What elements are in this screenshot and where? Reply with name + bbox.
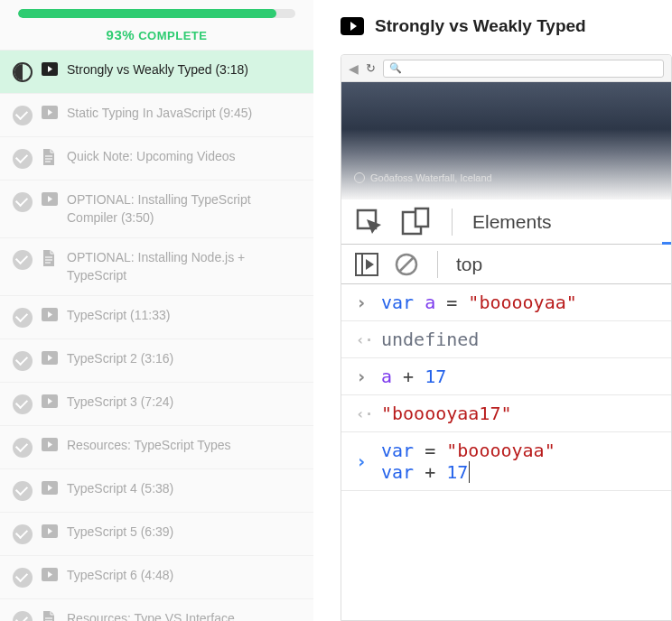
- divider: [437, 251, 438, 278]
- progress-bar: [18, 9, 295, 18]
- check-icon: [13, 250, 33, 270]
- lesson-title: OPTIONAL: Installing Node.js + TypeScrip…: [67, 249, 301, 284]
- video-icon: [42, 351, 58, 365]
- check-icon: [13, 149, 33, 169]
- svg-rect-21: [415, 209, 428, 227]
- lesson-item[interactable]: TypeScript (11:33): [0, 296, 313, 339]
- output-arrow-icon: ‹·: [356, 331, 374, 348]
- console-context[interactable]: top: [456, 254, 482, 275]
- code-text: a + 17: [381, 366, 446, 387]
- video-area: ◀ ↻ 🔍 Goðafoss Waterfall, Iceland: [341, 54, 672, 621]
- back-icon[interactable]: ◀: [349, 61, 359, 76]
- check-icon: [13, 394, 33, 414]
- divider: [452, 209, 453, 236]
- lesson-title: Strongly vs Weakly Typed (3:18): [67, 61, 248, 79]
- console-line: ›var a = "booooyaa": [341, 284, 671, 321]
- sidebar: 93% COMPLETE Strongly vs Weakly Typed (3…: [0, 0, 313, 621]
- reload-icon[interactable]: ↻: [366, 61, 376, 75]
- video-icon: [42, 308, 58, 321]
- content-pane: Strongly vs Weakly Typed ◀ ↻ 🔍 Goðafoss …: [313, 0, 672, 621]
- console-line: ›a + 17: [341, 358, 671, 395]
- lesson-item[interactable]: TypeScript 3 (7:24): [0, 383, 313, 426]
- gear-icon: [354, 172, 365, 183]
- code-text: "booooyaa17": [381, 403, 512, 424]
- check-icon: [13, 438, 33, 458]
- url-bar[interactable]: 🔍: [383, 60, 664, 78]
- search-icon: 🔍: [389, 62, 402, 74]
- check-icon: [13, 524, 33, 544]
- page-title: Strongly vs Weakly Typed: [375, 16, 586, 36]
- check-icon: [13, 351, 33, 371]
- lesson-title: TypeScript (11:33): [67, 307, 170, 325]
- video-icon: [341, 17, 364, 35]
- doc-icon: [42, 250, 58, 266]
- browser-frame: ◀ ↻ 🔍 Goðafoss Waterfall, Iceland: [341, 54, 672, 621]
- check-icon: [13, 568, 33, 588]
- input-arrow-icon: ›: [356, 366, 374, 387]
- console-line: ‹·"booooyaa17": [341, 395, 671, 432]
- check-icon: [13, 308, 33, 328]
- output-arrow-icon: ‹·: [356, 405, 374, 422]
- doc-icon: [42, 611, 58, 621]
- video-icon: [42, 394, 58, 408]
- lesson-list: Strongly vs Weakly Typed (3:18)Static Ty…: [0, 50, 313, 621]
- code-text: var = "booooyaa"var + 17: [381, 440, 555, 483]
- lesson-item[interactable]: Strongly vs Weakly Typed (3:18): [0, 51, 313, 94]
- progress-label: 93% COMPLETE: [18, 27, 295, 42]
- clear-icon[interactable]: [394, 252, 419, 277]
- code-text: var a = "booooyaa": [381, 292, 577, 313]
- lesson-title: Static Typing In JavaScript (9:45): [67, 105, 252, 123]
- lesson-title: TypeScript 2 (3:16): [67, 350, 173, 368]
- active-input-arrow-icon: ›: [356, 450, 374, 472]
- content-header: Strongly vs Weakly Typed: [341, 16, 672, 36]
- progress-area: 93% COMPLETE: [0, 0, 313, 50]
- hero-caption: Goðafoss Waterfall, Iceland: [354, 172, 492, 183]
- lesson-title: Quick Note: Upcoming Videos: [67, 148, 236, 166]
- lesson-item[interactable]: TypeScript 6 (4:48): [0, 556, 313, 599]
- lesson-title: TypeScript 6 (4:48): [67, 567, 173, 585]
- lesson-title: TypeScript 3 (7:24): [67, 394, 173, 412]
- check-icon: [13, 106, 33, 125]
- lesson-item[interactable]: TypeScript 4 (5:38): [0, 469, 313, 513]
- device-icon[interactable]: [401, 207, 432, 237]
- lesson-item[interactable]: Static Typing In JavaScript (9:45): [0, 94, 313, 137]
- console-line: ‹·undefined: [341, 321, 671, 358]
- input-arrow-icon: ›: [356, 292, 374, 313]
- progress-fill: [18, 9, 276, 18]
- tab-elements[interactable]: Elements: [472, 211, 552, 233]
- check-icon: [13, 192, 33, 212]
- lesson-item[interactable]: Resources: TypeScript Types: [0, 426, 313, 469]
- check-icon: [13, 611, 33, 621]
- video-icon: [42, 106, 58, 119]
- svg-line-25: [399, 257, 414, 272]
- lesson-item[interactable]: TypeScript 5 (6:39): [0, 513, 313, 556]
- lesson-item[interactable]: OPTIONAL: Installing TypeScript Compiler…: [0, 181, 313, 238]
- lesson-item[interactable]: OPTIONAL: Installing Node.js + TypeScrip…: [0, 238, 313, 296]
- video-icon: [42, 438, 58, 451]
- svg-rect-23: [361, 254, 363, 275]
- console-line[interactable]: ›var = "booooyaa"var + 17: [341, 432, 671, 491]
- doc-icon: [42, 149, 58, 165]
- video-icon: [42, 192, 58, 206]
- browser-toolbar: ◀ ↻ 🔍: [341, 55, 671, 82]
- console-output: ›var a = "booooyaa"‹·undefined›a + 17‹·"…: [341, 284, 671, 491]
- video-icon: [42, 524, 58, 538]
- lesson-item[interactable]: Resources: Type VS Interface: [0, 599, 313, 621]
- lesson-item[interactable]: Quick Note: Upcoming Videos: [0, 137, 313, 181]
- console-bar: top: [341, 245, 671, 284]
- execute-icon[interactable]: [354, 252, 379, 277]
- hero-image: Goðafoss Waterfall, Iceland: [341, 82, 671, 199]
- progress-half-icon: [13, 62, 33, 82]
- devtools-tabs: Elements: [341, 199, 671, 245]
- lesson-title: OPTIONAL: Installing TypeScript Compiler…: [67, 191, 301, 227]
- code-text: undefined: [381, 329, 479, 350]
- video-icon: [42, 62, 58, 76]
- active-tab-indicator: [662, 242, 671, 245]
- lesson-title: Resources: Type VS Interface: [67, 610, 235, 621]
- video-icon: [42, 481, 58, 495]
- lesson-item[interactable]: TypeScript 2 (3:16): [0, 339, 313, 383]
- video-icon: [42, 568, 58, 581]
- inspect-icon[interactable]: [354, 207, 385, 237]
- lesson-title: TypeScript 5 (6:39): [67, 524, 173, 542]
- lesson-title: Resources: TypeScript Types: [67, 437, 231, 455]
